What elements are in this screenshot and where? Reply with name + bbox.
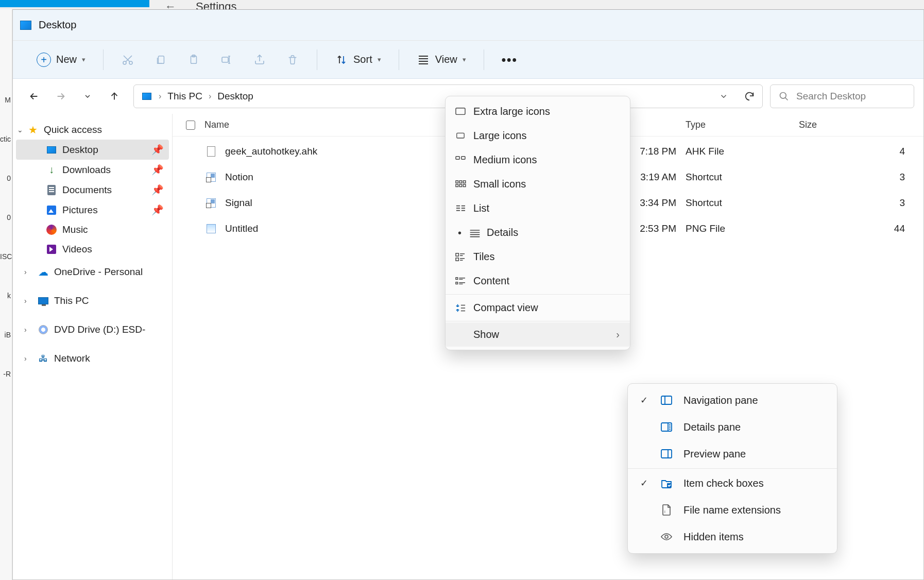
expand-icon[interactable]: › [24,297,27,305]
file-name-label: Untitled [225,223,258,234]
menu-small-icons[interactable]: Small icons [446,172,630,196]
tree-label: Music [62,224,88,235]
tree-videos[interactable]: Videos [16,240,169,259]
show-details-pane[interactable]: Details pane [628,414,837,440]
menu-label: Compact view [473,302,538,314]
pin-icon: 📌 [151,144,164,156]
tree-label: Documents [62,184,112,196]
small-icons-icon [454,178,467,191]
tree-documents[interactable]: Documents 📌 [16,180,169,200]
sort-label: Sort [353,54,372,65]
show-hidden-items[interactable]: Hidden items [628,523,837,550]
show-label: Hidden items [683,531,744,543]
file-size: 3 [799,197,910,209]
videos-icon [46,244,57,255]
tree-network[interactable]: › 🖧 Network [16,349,169,368]
menu-separator [446,294,630,295]
tree-onedrive[interactable]: › ☁ OneDrive - Personal [16,262,169,282]
separator [317,49,317,70]
tree-label: OneDrive - Personal [54,266,143,278]
select-all-checkbox[interactable] [186,121,195,130]
refresh-button[interactable] [744,91,755,102]
breadcrumb-this-pc[interactable]: This PC [167,91,202,102]
up-button[interactable] [108,90,121,103]
menu-tiles[interactable]: Tiles [446,245,630,269]
menu-label: Medium icons [473,154,537,166]
expand-icon[interactable]: › [24,326,27,334]
tree-quick-access[interactable]: ⌄ ★ Quick access [16,120,169,140]
details-pane-icon [660,420,673,434]
shortcut-icon [206,172,217,183]
paste-button[interactable] [182,49,206,71]
checkbox-folder-icon [660,476,673,490]
tree-downloads[interactable]: ↓ Downloads 📌 [16,160,169,180]
file-size: 44 [799,223,910,234]
menu-list[interactable]: List [446,196,630,220]
column-name[interactable]: Name [204,120,229,130]
expand-icon[interactable]: › [24,268,27,276]
file-name-label: Notion [225,172,253,183]
scissors-icon [121,53,134,66]
menu-medium-icons[interactable]: Medium icons [446,148,630,172]
menu-large-icons[interactable]: Large icons [446,124,630,148]
search-placeholder: Search Desktop [796,91,866,102]
tree-label: This PC [54,295,89,306]
desktop-icon [46,144,57,156]
tree-label: Quick access [44,124,102,135]
forward-button[interactable] [54,90,67,103]
menu-show[interactable]: Show › [446,322,630,347]
menu-compact-view[interactable]: Compact view [446,296,630,320]
expand-icon[interactable]: ⌄ [17,126,23,134]
medium-icons-icon [454,153,467,167]
ellipsis-icon: ••• [502,53,518,67]
delete-button[interactable] [281,49,304,71]
more-options-button[interactable]: ••• [497,48,523,71]
breadcrumb-desktop[interactable]: Desktop [217,91,253,102]
search-box[interactable]: Search Desktop [770,84,914,108]
tree-pictures[interactable]: Pictures 📌 [16,200,169,220]
tree-dvd-drive[interactable]: › DVD Drive (D:) ESD- [16,320,169,339]
cut-button[interactable] [116,49,140,71]
menu-label: Content [473,275,509,287]
svg-rect-9 [456,156,459,159]
tree-music[interactable]: Music [16,220,169,240]
desktop-icon [141,91,152,102]
menu-content[interactable]: Content [446,269,630,293]
column-size[interactable]: Size [799,120,910,130]
show-preview-pane[interactable]: Preview pane [628,440,837,467]
menu-extra-large-icons[interactable]: Extra large icons [446,99,630,124]
navigation-pane[interactable]: ⌄ ★ Quick access Desktop 📌 ↓ Downloads 📌 [13,114,173,579]
eye-icon [660,530,673,543]
show-navigation-pane[interactable]: ✓ Navigation pane [628,387,837,414]
svg-rect-10 [461,156,465,159]
share-button[interactable] [248,49,271,71]
address-dropdown-button[interactable] [719,92,728,101]
desktop-icon [20,21,31,30]
svg-rect-19 [456,277,458,279]
sort-button[interactable]: Sort ▾ [330,49,386,71]
show-file-name-extensions[interactable]: i File name extensions [628,497,837,523]
expand-icon[interactable]: › [24,354,27,363]
tree-label: DVD Drive (D:) ESD- [54,324,145,335]
compact-icon [454,301,467,315]
separator [103,49,104,70]
back-button[interactable] [27,90,41,103]
recent-locations-button[interactable] [81,90,94,103]
titlebar[interactable]: Desktop [13,10,923,41]
menu-details[interactable]: • Details [446,220,630,245]
view-button[interactable]: View ▾ [412,49,471,71]
show-item-check-boxes[interactable]: ✓ Item check boxes [628,470,837,497]
view-label: View [435,54,457,65]
show-label: File name extensions [683,504,781,516]
tree-this-pc[interactable]: › This PC [16,291,169,311]
column-type[interactable]: Type [686,120,799,130]
copy-button[interactable] [149,49,173,71]
file-name-label: Signal [225,197,252,209]
rename-button[interactable] [215,49,238,71]
bg-left-strip: M ctic 0 0 ISC k iB -R [0,9,12,580]
new-button[interactable]: + New ▾ [31,48,91,71]
disc-icon [38,324,49,335]
svg-text:i: i [664,509,665,514]
current-view-indicator-icon: • [458,227,461,238]
tree-desktop[interactable]: Desktop 📌 [16,140,169,160]
